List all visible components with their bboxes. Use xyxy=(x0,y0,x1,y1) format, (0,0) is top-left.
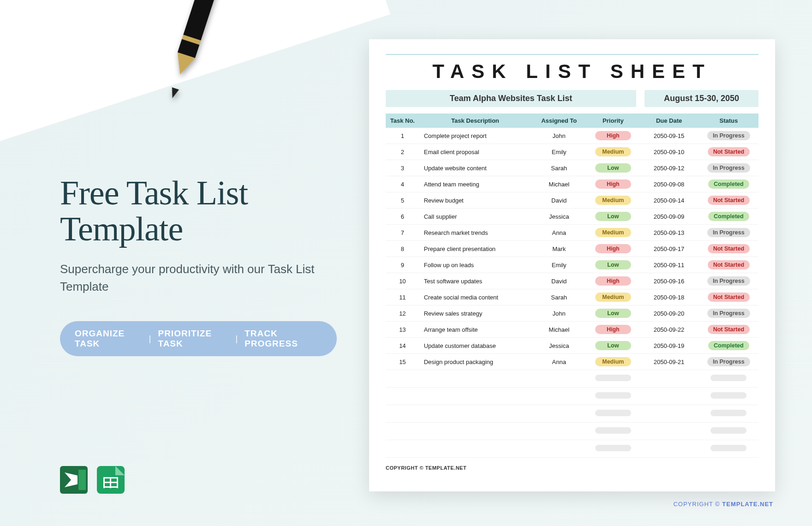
cell-assigned: Jessica xyxy=(531,209,587,225)
status-badge: Not Started xyxy=(708,147,750,156)
table-row: 6 Call supplier Jessica Low 2050-09-09 C… xyxy=(386,209,758,225)
cell-due: 2050-09-11 xyxy=(639,257,699,273)
cell-status: Not Started xyxy=(699,289,758,305)
placeholder-pill xyxy=(595,392,631,399)
priority-badge: Low xyxy=(595,260,631,269)
cell-taskno: 12 xyxy=(386,305,419,322)
cell-taskno: 13 xyxy=(386,322,419,338)
cell-assigned: Jessica xyxy=(531,338,587,354)
cell-status: In Progress xyxy=(699,273,758,289)
document-title: TASK LIST SHEET xyxy=(386,60,758,83)
cell-status: Not Started xyxy=(699,241,758,257)
cell-assigned: Emily xyxy=(531,144,587,160)
cell-assigned: Anna xyxy=(531,354,587,370)
cell-taskno: 8 xyxy=(386,241,419,257)
col-taskno: Task No. xyxy=(386,114,419,128)
headline-line2: Template xyxy=(60,210,183,248)
cell-due: 2050-09-20 xyxy=(639,305,699,322)
table-row: 15 Design product packaging Anna Medium … xyxy=(386,354,758,370)
cell-taskno: 7 xyxy=(386,225,419,241)
cell-desc: Review budget xyxy=(419,192,531,209)
cell-assigned: Sarah xyxy=(531,289,587,305)
feature-pill: ORGANIZE TASK | PRIORITIZE TASK | TRACK … xyxy=(60,321,337,356)
status-badge: In Progress xyxy=(707,163,750,173)
cell-desc: Arrange team offsite xyxy=(419,322,531,338)
status-badge: Not Started xyxy=(708,260,750,269)
cell-priority: Medium xyxy=(587,225,639,241)
status-badge: In Progress xyxy=(707,131,750,140)
status-badge: In Progress xyxy=(707,309,750,318)
cell-status: In Progress xyxy=(699,225,758,241)
pill-sep: | xyxy=(235,334,238,344)
cell-taskno: 5 xyxy=(386,192,419,209)
cell-desc: Email client proposal xyxy=(419,144,531,160)
cell-due: 2050-09-21 xyxy=(639,354,699,370)
cell-priority: Low xyxy=(587,257,639,273)
placeholder-pill xyxy=(710,375,746,381)
cell-assigned: Mark xyxy=(531,241,587,257)
table-row-empty xyxy=(386,440,758,458)
status-badge: In Progress xyxy=(707,228,750,237)
cell-priority: High xyxy=(587,322,639,338)
priority-badge: Medium xyxy=(595,293,631,302)
cell-desc: Follow up on leads xyxy=(419,257,531,273)
cell-due: 2050-09-15 xyxy=(639,128,699,144)
table-row: 14 Update customer database Jessica Low … xyxy=(386,338,758,354)
date-range: August 15-30, 2050 xyxy=(645,90,758,107)
table-row: 4 Attend team meeting Michael High 2050-… xyxy=(386,176,758,192)
pill-organize: ORGANIZE TASK xyxy=(75,329,143,349)
cell-priority: High xyxy=(587,273,639,289)
cell-taskno: 4 xyxy=(386,176,419,192)
cell-due: 2050-09-08 xyxy=(639,176,699,192)
table-row-empty xyxy=(386,423,758,440)
table-row: 11 Create social media content Sarah Med… xyxy=(386,289,758,305)
cell-assigned: David xyxy=(531,273,587,289)
table-row: 7 Research market trends Anna Medium 205… xyxy=(386,225,758,241)
pill-track: TRACK PROGRESS xyxy=(245,329,322,349)
task-table: Task No. Task Description Assigned To Pr… xyxy=(386,114,758,458)
cell-desc: Test software updates xyxy=(419,273,531,289)
cell-desc: Prepare client presentation xyxy=(419,241,531,257)
table-row: 8 Prepare client presentation Mark High … xyxy=(386,241,758,257)
cell-due: 2050-09-12 xyxy=(639,160,699,176)
cell-due: 2050-09-10 xyxy=(639,144,699,160)
cell-desc: Attend team meeting xyxy=(419,176,531,192)
outer-copyright: COPYRIGHT © TEMPLATE.NET xyxy=(673,501,773,508)
subheadline: Supercharge your productivity with our T… xyxy=(60,261,337,295)
cell-assigned: John xyxy=(531,128,587,144)
priority-badge: High xyxy=(595,325,631,334)
cell-taskno: 3 xyxy=(386,160,419,176)
placeholder-pill xyxy=(710,427,746,434)
cell-status: In Progress xyxy=(699,305,758,322)
cell-priority: Medium xyxy=(587,354,639,370)
priority-badge: Medium xyxy=(595,147,631,156)
divider xyxy=(386,54,758,55)
priority-badge: Medium xyxy=(595,196,631,205)
table-row-empty xyxy=(386,388,758,405)
document-subheader: Team Alpha Websites Task List August 15-… xyxy=(386,90,758,107)
inner-copyright: COPYRIGHT © TEMPLATE.NET xyxy=(386,465,758,471)
cell-status: Not Started xyxy=(699,192,758,209)
outer-copyright-label: COPYRIGHT © xyxy=(673,501,722,508)
priority-badge: High xyxy=(595,244,631,253)
google-sheets-icon xyxy=(97,466,125,494)
table-row-empty xyxy=(386,405,758,423)
cell-due: 2050-09-14 xyxy=(639,192,699,209)
cell-assigned: Sarah xyxy=(531,160,587,176)
task-sheet-document: TASK LIST SHEET Team Alpha Websites Task… xyxy=(369,39,775,491)
cell-taskno: 6 xyxy=(386,209,419,225)
status-badge: Not Started xyxy=(708,325,750,334)
cell-desc: Update website content xyxy=(419,160,531,176)
priority-badge: High xyxy=(595,276,631,286)
pill-sep: | xyxy=(149,334,152,344)
table-row: 13 Arrange team offsite Michael High 205… xyxy=(386,322,758,338)
cell-status: Completed xyxy=(699,176,758,192)
cell-priority: High xyxy=(587,128,639,144)
status-badge: Completed xyxy=(708,179,749,189)
cell-desc: Research market trends xyxy=(419,225,531,241)
status-badge: In Progress xyxy=(707,357,750,366)
cell-priority: Medium xyxy=(587,144,639,160)
cell-due: 2050-09-18 xyxy=(639,289,699,305)
cell-desc: Update customer database xyxy=(419,338,531,354)
cell-due: 2050-09-19 xyxy=(639,338,699,354)
